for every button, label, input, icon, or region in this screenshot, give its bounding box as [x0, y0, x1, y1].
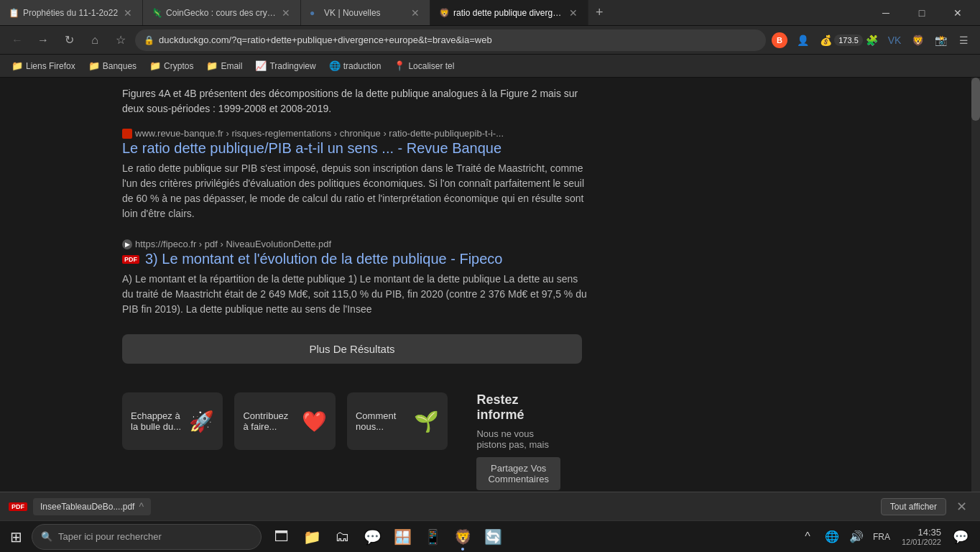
wallet-icon[interactable]: 💰	[815, 29, 836, 51]
footer-section: Echappez à la bulle du... 🚀 Contribuez à…	[122, 381, 589, 492]
bookmark-label: Email	[221, 61, 242, 71]
promo3-icon: 🌱	[414, 410, 439, 433]
clock-time: 14:35	[902, 527, 941, 538]
download-bar: PDF InseeTableauDeBo....pdf ^ Tout affic…	[0, 492, 980, 520]
tray-chevron[interactable]: ^	[797, 521, 818, 553]
title-bar: 📋 Prophéties du 11-1-2o22 ✕ 🦎 CoinGecko …	[0, 0, 980, 26]
search-result-2: ▶ https://fipeco.fr › pdf › NiveauEvolut…	[122, 239, 589, 317]
extensions-icon[interactable]: 🧩	[861, 29, 882, 51]
menu-button[interactable]: ☰	[953, 29, 974, 51]
result2-title[interactable]: 3) Le montant et l'évolution de la dette…	[145, 251, 502, 267]
profile-icon[interactable]: 👤	[792, 29, 813, 51]
bookmark-label: Liens Firefox	[26, 61, 75, 71]
download-pdf-icon: PDF	[9, 502, 27, 511]
folder-icon: 📁	[11, 60, 23, 71]
download-file-item[interactable]: InseeTableauDeBo....pdf ^	[33, 498, 151, 515]
new-tab-button[interactable]: +	[588, 0, 611, 25]
download-close-icon[interactable]: ✕	[952, 497, 971, 516]
system-clock[interactable]: 14:35 12/01/2022	[896, 527, 947, 547]
content-area: Figures 4A et 4B présentent des décompos…	[0, 78, 980, 492]
address-bar[interactable]: 🔒 duckduckgo.com/?q=ratio+dette+publique…	[135, 29, 766, 51]
tab1-favicon: 📋	[9, 8, 19, 18]
bookmark-traduction[interactable]: 🌐 traduction	[323, 58, 387, 74]
bookmark-button[interactable]: ☆	[109, 29, 132, 52]
taskbar-app-windows[interactable]: 🪟	[388, 521, 417, 553]
result1-description: Le ratio dette publique sur PIB s'est im…	[122, 161, 589, 221]
task-view-icon: 🗖	[274, 528, 289, 545]
download-chevron-icon: ^	[139, 501, 144, 512]
taskbar-search-placeholder: Taper ici pour rechercher	[58, 531, 162, 542]
promo-card-2[interactable]: Contribuez à faire... ❤️	[234, 392, 335, 450]
scrollbar-thumb[interactable]	[971, 78, 980, 121]
tout-afficher-button[interactable]: Tout afficher	[881, 498, 946, 515]
browser-tab-2[interactable]: 🦎 CoinGecko : cours des cryptomonnaie...…	[143, 0, 301, 25]
taskbar-app-task-view[interactable]: 🗖	[267, 521, 296, 553]
taskbar-app-phone[interactable]: 📱	[418, 521, 447, 553]
browser-tab-1[interactable]: 📋 Prophéties du 11-1-2o22 ✕	[0, 0, 143, 25]
restez-informe-desc: Nous ne vous pistons pas, mais	[476, 428, 560, 450]
bookmark-banques[interactable]: 📁 Banques	[83, 58, 142, 74]
browser-tab-3[interactable]: ● VK | Nouvelles ✕	[301, 0, 430, 25]
tab1-close[interactable]: ✕	[122, 6, 134, 20]
result2-favicon: ▶	[122, 239, 132, 249]
system-tray: ^ 🌐 🔊 FRA 14:35 12/01/2022 💬	[797, 521, 980, 553]
more-results-button[interactable]: Plus De Résultats	[122, 334, 582, 364]
taskbar-search-box[interactable]: 🔍 Taper ici pour rechercher	[32, 524, 262, 550]
clock-date: 12/01/2022	[902, 538, 941, 546]
promo-card-1[interactable]: Echappez à la bulle du... 🚀	[122, 392, 223, 450]
taskbar-app-file-explorer[interactable]: 📁	[297, 521, 326, 553]
tray-network-icon[interactable]: 🌐	[821, 521, 843, 553]
taskbar-app-brave[interactable]: 🦁	[448, 521, 477, 553]
result1-url-text: www.revue-banque.fr › risques-reglementa…	[135, 128, 504, 139]
bookmark-label: Localiser tel	[408, 61, 454, 71]
bookmark-cryptos[interactable]: 📁 Cryptos	[144, 58, 199, 74]
bookmark-email[interactable]: 📁 Email	[200, 58, 248, 74]
bookmark-localiser[interactable]: 📍 Localiser tel	[388, 58, 460, 74]
home-button[interactable]: ⌂	[83, 29, 106, 52]
bookmark-tradingview[interactable]: 📈 Tradingview	[249, 58, 321, 74]
bookmark-liens-firefox[interactable]: 📁 Liens Firefox	[6, 58, 81, 74]
bookmarks-bar: 📁 Liens Firefox 📁 Banques 📁 Cryptos 📁 Em…	[0, 55, 980, 78]
forward-button[interactable]: →	[32, 29, 55, 52]
tab2-favicon: 🦎	[152, 8, 162, 18]
start-button[interactable]: ⊞	[0, 521, 32, 553]
maximize-button[interactable]: □	[905, 0, 938, 26]
minimize-button[interactable]: ─	[869, 0, 902, 26]
brave-icon-btn[interactable]: B	[769, 29, 790, 51]
back-button[interactable]: ←	[6, 29, 29, 52]
vk-icon[interactable]: VK	[884, 29, 905, 51]
brave-rewards-icon[interactable]: 🦁	[907, 29, 928, 51]
partager-button[interactable]: Partagez Vos Commentaires	[476, 457, 560, 490]
taskbar-app-sync[interactable]: 🔄	[479, 521, 507, 553]
reload-button[interactable]: ↻	[57, 29, 80, 52]
close-button[interactable]: ✕	[941, 0, 974, 26]
promo3-text: Comment nous...	[356, 410, 407, 432]
tab4-close[interactable]: ✕	[568, 6, 579, 20]
scrollbar[interactable]	[971, 78, 980, 492]
windows-app-icon: 🪟	[394, 528, 412, 546]
taskbar-app-skype[interactable]: 💬	[358, 521, 387, 553]
result1-favicon	[122, 129, 132, 139]
windows-logo: ⊞	[10, 528, 22, 546]
skype-icon: 💬	[364, 528, 382, 546]
promo1-text: Echappez à la bulle du...	[131, 410, 182, 432]
download-filename: InseeTableauDeBo....pdf	[40, 502, 134, 512]
another-icon[interactable]: 📸	[930, 29, 951, 51]
tray-volume-icon[interactable]: 🔊	[846, 521, 867, 553]
tab3-close[interactable]: ✕	[410, 6, 421, 20]
nav-right-icons: B 👤 💰 173.5 🧩 VK 🦁 📸 ☰	[769, 29, 974, 51]
shield-btn[interactable]: 173.5	[838, 29, 859, 51]
security-icon: 🔒	[144, 35, 154, 45]
tab2-close[interactable]: ✕	[280, 6, 292, 20]
browser-tab-4[interactable]: 🦁 ratio dette publique divergence e... ✕	[430, 0, 588, 25]
language-indicator[interactable]: FRA	[870, 532, 893, 542]
taskbar-app-store[interactable]: 🗂	[328, 521, 356, 553]
folder-icon: 📁	[88, 60, 100, 71]
tab4-favicon: 🦁	[439, 8, 449, 18]
folder-icon: 📁	[149, 60, 161, 71]
result-intro-text: Figures 4A et 4B présentent des décompos…	[122, 86, 589, 116]
promo-card-3[interactable]: Comment nous... 🌱	[347, 392, 448, 450]
notification-icon[interactable]: 💬	[950, 521, 971, 553]
result1-title[interactable]: Le ratio dette publique/PIB a-t-il un se…	[122, 140, 589, 157]
bookmark-label: Tradingview	[269, 61, 315, 71]
